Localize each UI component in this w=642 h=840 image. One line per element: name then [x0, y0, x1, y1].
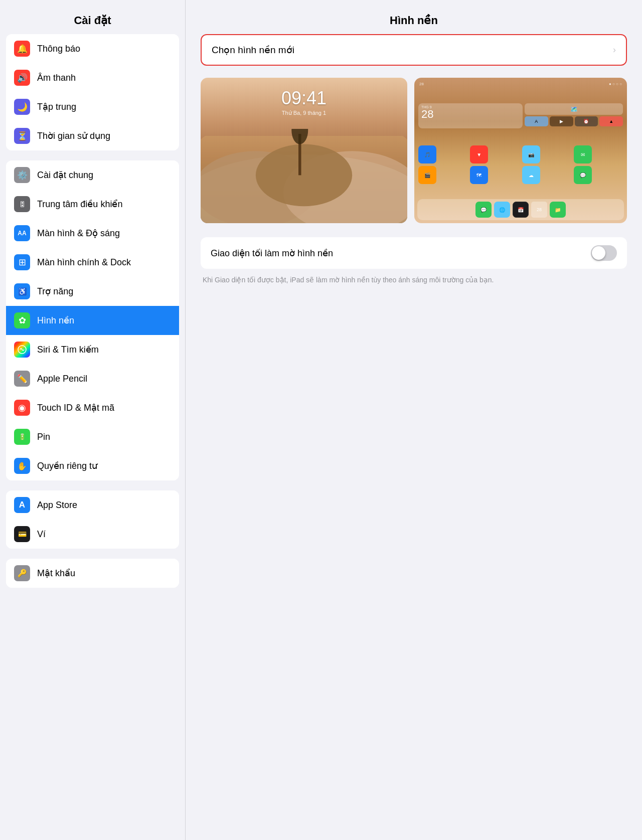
sidebar-label-screentime: Thời gian sử dụng	[37, 130, 110, 141]
bell-icon: 🔔	[14, 41, 30, 57]
sidebar-label-wallpaper: Hình nền	[37, 315, 74, 326]
dark-mode-toggle-row: Giao diện tối làm mờ hình nền	[201, 237, 627, 269]
hourglass-icon: ⏳	[14, 128, 30, 144]
sidebar-item-focus[interactable]: 🌙 Tập trung	[6, 92, 179, 121]
app-icon: 💬	[574, 166, 592, 184]
sidebar-item-screentime[interactable]: ⏳ Thời gian sử dụng	[6, 121, 179, 150]
sidebar-title: Cài đặt	[0, 0, 185, 34]
dock-icon: 📁	[550, 202, 566, 218]
app-icon: 🗺	[470, 166, 488, 184]
appstore-icon: A	[14, 497, 30, 513]
wallpaper-icon: ✿	[14, 312, 30, 328]
sidebar-item-homescreen[interactable]: ⊞ Màn hình chính & Dock	[6, 248, 179, 277]
sidebar-label-accessibility: Trợ năng	[37, 286, 73, 297]
sidebar-group-4: 🔑 Mật khẩu	[6, 559, 179, 588]
moon-icon: 🌙	[14, 99, 30, 115]
sidebar-label-general: Cài đặt chung	[37, 170, 93, 181]
main-content: Hình nền Chọn hình nền mới › 09:41 Thứ B…	[186, 0, 642, 840]
sidebar-label-password: Mật khẩu	[37, 568, 75, 579]
sidebar-label-notifications: Thông báo	[37, 44, 80, 54]
key-icon: 🔑	[14, 565, 30, 581]
app-icon: 🎬	[418, 166, 436, 184]
sidebar-label-homescreen: Màn hình chính & Dock	[37, 257, 131, 268]
dock-icon: 💬	[475, 202, 492, 218]
app-icon: ▼	[470, 145, 488, 163]
touchid-icon: ◉	[14, 400, 30, 416]
wallpaper-preview: 09:41 Thứ Ba, 9 tháng 1	[201, 78, 627, 223]
app-icon: ☁	[522, 166, 540, 184]
choose-wallpaper-label: Chọn hình nền mới	[212, 44, 294, 56]
app-icon: 📷	[522, 145, 540, 163]
home-icons-grid: 🎵 ▼ 📷 ✉ 🎬 🗺 ☁ 💬	[417, 145, 624, 184]
sidebar-item-pencil[interactable]: ✏️ Apple Pencil	[6, 364, 179, 393]
sidebar-item-privacy[interactable]: ✋ Quyền riêng tư	[6, 451, 179, 480]
dark-mode-toggle[interactable]	[591, 245, 617, 261]
chevron-right-icon: ›	[613, 45, 616, 55]
lock-date: Thứ Ba, 9 tháng 1	[282, 110, 326, 116]
sound-icon: 🔊	[14, 70, 30, 86]
display-icon: AA	[14, 225, 30, 241]
sidebar-item-sound[interactable]: 🔊 Âm thanh	[6, 63, 179, 92]
sidebar-group-3: A App Store 💳 Ví	[6, 490, 179, 549]
gear-icon: ⚙️	[14, 167, 30, 183]
main-title: Hình nền	[186, 0, 642, 34]
sidebar-label-appstore: App Store	[37, 500, 77, 511]
content-area: Chọn hình nền mới › 09:41 Thứ Ba, 9 thán…	[186, 34, 642, 840]
choose-wallpaper-card[interactable]: Chọn hình nền mới ›	[201, 34, 627, 66]
svg-point-6	[291, 129, 308, 144]
sidebar-item-control[interactable]: 🎛 Trung tâm điều khiển	[6, 190, 179, 219]
app-icon: 🎵	[418, 145, 436, 163]
app-icon: ✉	[574, 145, 592, 163]
sidebar-item-wallpaper[interactable]: ✿ Hình nền	[6, 306, 179, 335]
lock-time: 09:41	[281, 88, 327, 109]
sidebar-item-touchid[interactable]: ◉ Touch ID & Mật mã	[6, 393, 179, 422]
accessibility-icon: ♿	[14, 283, 30, 299]
sidebar-item-accessibility[interactable]: ♿ Trợ năng	[6, 277, 179, 306]
sidebar-label-touchid: Touch ID & Mật mã	[37, 402, 114, 413]
sliders-icon: 🎛	[14, 196, 30, 212]
grid-icon: ⊞	[14, 254, 30, 270]
sidebar-group-2: ⚙️ Cài đặt chung 🎛 Trung tâm điều khiển …	[6, 160, 179, 480]
sidebar-item-general[interactable]: ⚙️ Cài đặt chung	[6, 160, 179, 190]
sidebar-group-1: 🔔 Thông báo 🔊 Âm thanh 🌙 Tập trung ⏳ Thờ…	[6, 34, 179, 150]
sidebar-label-privacy: Quyền riêng tư	[37, 460, 97, 471]
battery-icon: 🔋	[14, 429, 30, 445]
sidebar-label-wallet: Ví	[37, 529, 46, 540]
dock-icon: 28	[531, 202, 547, 218]
siri-icon	[14, 342, 30, 358]
sidebar-item-password[interactable]: 🔑 Mật khẩu	[6, 559, 179, 588]
toggle-label: Giao diện tối làm mờ hình nền	[211, 248, 333, 259]
sidebar-item-wallet[interactable]: 💳 Ví	[6, 520, 179, 549]
sidebar-label-focus: Tập trung	[37, 101, 76, 112]
toggle-knob	[592, 246, 605, 260]
sidebar-label-sound: Âm thanh	[37, 73, 76, 83]
pencil-icon: ✏️	[14, 371, 30, 387]
sidebar-label-siri: Siri & Tìm kiếm	[37, 344, 99, 355]
sidebar-item-siri[interactable]: Siri & Tìm kiếm	[6, 335, 179, 364]
sidebar-item-battery[interactable]: 🔋 Pin	[6, 422, 179, 451]
sidebar-label-battery: Pin	[37, 432, 50, 442]
wallet-icon: 💳	[14, 526, 30, 542]
dock-icon: 📅	[513, 202, 529, 218]
app-container: Cài đặt 🔔 Thông báo 🔊 Âm thanh 🌙 Tập tru…	[0, 0, 642, 840]
lock-screen-preview[interactable]: 09:41 Thứ Ba, 9 tháng 1	[201, 78, 407, 223]
home-screen-preview[interactable]: 28 ● ○ ○ ○ THG 9 28 🗺️	[414, 78, 627, 223]
sidebar-label-control: Trung tâm điều khiển	[37, 199, 122, 210]
sidebar: Cài đặt 🔔 Thông báo 🔊 Âm thanh 🌙 Tập tru…	[0, 0, 186, 840]
sidebar-item-appstore[interactable]: A App Store	[6, 490, 179, 520]
home-dock: 💬 🌐 📅 28 📁	[417, 199, 624, 220]
hand-icon: ✋	[14, 458, 30, 474]
sidebar-item-notifications[interactable]: 🔔 Thông báo	[6, 34, 179, 63]
dock-icon: 🌐	[494, 202, 510, 218]
sidebar-label-pencil: Apple Pencil	[37, 374, 87, 384]
wallpaper-description: Khi Giao diện tối được bật, iPad sẽ làm …	[201, 275, 627, 285]
svg-point-4	[256, 144, 352, 206]
sidebar-label-display: Màn hình & Độ sáng	[37, 228, 120, 239]
sidebar-item-display[interactable]: AA Màn hình & Độ sáng	[6, 219, 179, 248]
